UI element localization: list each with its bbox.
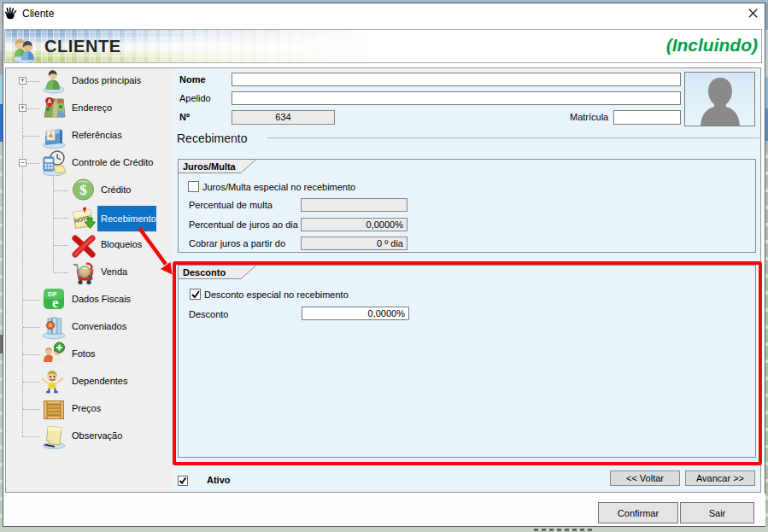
svg-text:e: e	[52, 295, 59, 311]
svg-text:$: $	[79, 182, 87, 198]
svg-text:A: A	[47, 97, 52, 105]
